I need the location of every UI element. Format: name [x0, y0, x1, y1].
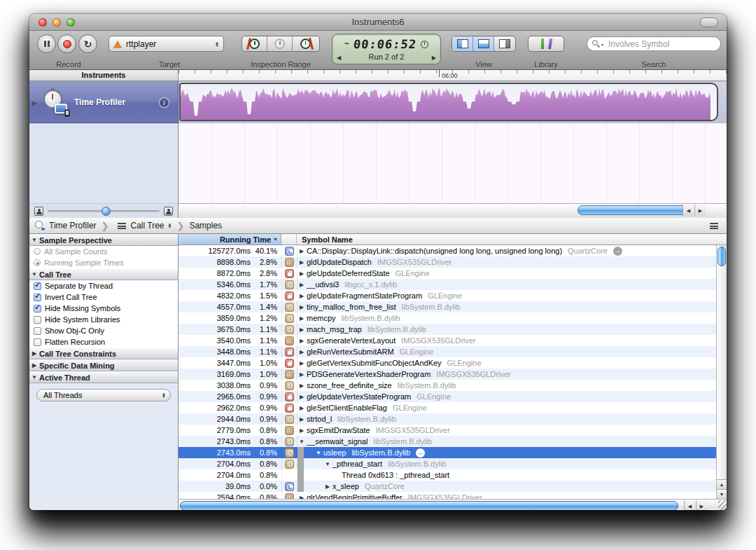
table-row[interactable]: 5346.0ms1.7% __udivsi3 libgcc_s.1.dylib — [178, 279, 716, 290]
radio-unchecked-icon[interactable] — [34, 248, 41, 255]
record-button[interactable] — [57, 34, 76, 53]
timeline-ruler[interactable]: 06:00 — [178, 70, 727, 81]
disclosure-triangle-icon[interactable] — [323, 461, 332, 467]
table-row[interactable]: 2594.0ms0.8% glrVendBeginPrimitiveBuffer… — [178, 492, 716, 499]
disclosure-triangle-icon[interactable] — [298, 315, 306, 322]
sidebar-section-call-tree-constraints[interactable]: Call Tree Constraints — [29, 348, 178, 359]
running-time-column-header[interactable]: Running Time — [178, 234, 281, 245]
disclosure-triangle-icon[interactable] — [298, 371, 306, 378]
disclosure-triangle-icon[interactable] — [298, 394, 306, 400]
jump-bar-view[interactable]: Call Tree — [130, 221, 164, 231]
disclosure-triangle-icon[interactable] — [298, 427, 306, 434]
disclosure-triangle-icon[interactable] — [298, 270, 306, 277]
table-horizontal-scrollbar[interactable] — [178, 499, 727, 509]
table-scroll-right-button[interactable] — [696, 500, 707, 510]
disclosure-triangle-icon[interactable] — [298, 405, 306, 411]
time-profiler-instrument[interactable]: Time Profiler — [29, 81, 178, 123]
track-scroll-thumb[interactable] — [578, 205, 694, 215]
sidebar-checkbox-invert-call-tree[interactable]: Invert Call Tree — [29, 291, 178, 303]
disclosure-triangle-icon[interactable] — [298, 349, 306, 355]
view-bottom-pane-button[interactable] — [473, 36, 494, 51]
view-switch-arrows-icon[interactable] — [168, 223, 172, 228]
disclosure-triangle-icon[interactable] — [298, 282, 306, 288]
loop-button[interactable]: ↻ — [78, 34, 97, 53]
info-button[interactable] — [159, 97, 169, 108]
sidebar-section-call-tree[interactable]: Call Tree — [29, 268, 178, 280]
table-row[interactable]: 125727.0ms40.1% CA::Display::DisplayLink… — [178, 245, 716, 256]
focus-arrow-button[interactable] — [416, 448, 425, 458]
detail-menu-icon[interactable] — [118, 223, 126, 229]
table-row[interactable]: 4557.0ms1.4% tiny_malloc_from_free_list … — [178, 301, 716, 312]
symbol-name-column-header[interactable]: Symbol Name — [297, 234, 727, 245]
track-horizontal-scrollbar[interactable] — [178, 203, 727, 218]
range-end-button[interactable] — [293, 36, 318, 51]
disclosure-triangle-icon[interactable] — [298, 439, 306, 445]
table-scroll-up-button[interactable] — [717, 479, 727, 489]
table-row[interactable]: 2704.0ms0.8% Thread 0xd613 : _pthread_st… — [178, 469, 716, 481]
table-vscroll-thumb[interactable] — [718, 247, 726, 266]
table-vertical-scrollbar[interactable] — [716, 245, 727, 499]
search-options-icon[interactable] — [601, 42, 603, 47]
disclosure-triangle-icon[interactable] — [298, 383, 306, 389]
table-row[interactable]: 3169.0ms1.0% PDSGenerateVertexShaderProg… — [178, 369, 716, 380]
track-scroll-right-button[interactable] — [694, 205, 706, 216]
disclosure-triangle-icon[interactable] — [298, 248, 306, 254]
checkbox-unchecked-icon[interactable] — [34, 316, 41, 324]
search-input[interactable] — [587, 36, 721, 51]
jump-bar-samples[interactable]: Samples — [189, 221, 222, 231]
table-row[interactable]: 2743.0ms0.8% usleep libSystem.B.dylib — [178, 447, 716, 458]
active-thread-dropdown[interactable]: All Threads — [36, 389, 171, 401]
zoom-slider-thumb[interactable] — [102, 207, 111, 216]
sidebar-section-sample-perspective[interactable]: Sample Perspective — [29, 234, 178, 246]
table-row[interactable]: 4832.0ms1.5% gleUpdateFragmentStateProgr… — [178, 290, 716, 301]
disclosure-triangle-icon[interactable] — [323, 483, 332, 490]
checkbox-checked-icon[interactable] — [34, 305, 41, 312]
sidebar-radio-running-sample-times[interactable]: Running Sample Times — [29, 257, 178, 268]
view-right-pane-button[interactable] — [494, 36, 515, 51]
target-dropdown[interactable]: rttplayer — [108, 36, 224, 52]
sidebar-radio-all-sample-counts[interactable]: All Sample Counts — [29, 246, 178, 257]
table-row[interactable]: 2965.0ms0.9% gleUpdateVertexStateProgram… — [178, 391, 716, 402]
previous-run-button[interactable] — [337, 53, 341, 61]
table-hscroll-thumb[interactable] — [180, 501, 678, 510]
table-row[interactable]: 39.0ms0.0% x_sleep QuartzCore — [178, 481, 716, 492]
disclosure-triangle-icon[interactable] — [298, 293, 306, 299]
table-row[interactable]: 3038.0ms0.9% szone_free_definite_size li… — [178, 380, 716, 391]
disclosure-triangle-icon[interactable] — [298, 338, 306, 344]
next-run-button[interactable] — [432, 53, 436, 61]
sidebar-checkbox-flatten-recursion[interactable]: Flatten Recursion — [29, 336, 178, 348]
resize-grip-icon[interactable] — [718, 500, 727, 510]
table-row[interactable]: 2779.0ms0.8% sgxEmitDrawState IMGSGX535G… — [178, 425, 716, 436]
toolbar-toggle-button[interactable] — [700, 18, 718, 27]
view-left-pane-button[interactable] — [452, 36, 473, 51]
expanded-triangle-icon[interactable] — [29, 374, 39, 380]
table-row[interactable]: 3448.0ms1.1% gleRunVertexSubmitARM GLEng… — [178, 346, 716, 357]
sidebar-checkbox-hide-missing-symbols[interactable]: Hide Missing Symbols — [29, 303, 178, 314]
disclosure-triangle-icon[interactable] — [298, 416, 306, 422]
disclosure-triangle-icon[interactable] — [298, 326, 306, 333]
library-icon-column-header[interactable] — [281, 234, 297, 245]
table-row[interactable]: 2962.0ms0.9% gleSetClientEnableFlag GLEn… — [178, 402, 716, 413]
disclosure-triangle-icon[interactable] — [298, 360, 306, 366]
disclosure-triangle-icon[interactable] — [298, 304, 306, 310]
sidebar-checkbox-separate-by-thread[interactable]: Separate by Thread — [29, 280, 178, 291]
extended-detail-menu-icon[interactable] — [710, 223, 718, 229]
title-bar[interactable]: Instruments6 — [29, 14, 727, 31]
radio-checked-icon[interactable] — [34, 259, 41, 266]
instrument-disclosure-icon[interactable] — [32, 99, 37, 106]
checkbox-unchecked-icon[interactable] — [34, 338, 41, 346]
table-row[interactable]: 3540.0ms1.1% sgxGenerateVertexLayout IMG… — [178, 335, 716, 346]
table-scroll-down-button[interactable] — [717, 489, 727, 499]
zoom-in-icon[interactable] — [164, 207, 173, 216]
track-scroll-left-button[interactable] — [682, 205, 694, 216]
table-row[interactable]: 8898.0ms2.8% gldUpdateDispatch IMGSGX535… — [178, 256, 716, 268]
sidebar-section-specific-data-mining[interactable]: Specific Data Mining — [29, 359, 178, 371]
table-row[interactable]: 8872.0ms2.8% gleUpdateDeferredState GLEn… — [178, 268, 716, 279]
checkbox-checked-icon[interactable] — [34, 282, 41, 290]
expanded-triangle-icon[interactable] — [29, 271, 39, 277]
table-row[interactable]: 3675.0ms1.1% mach_msg_trap libSystem.B.d… — [178, 324, 716, 335]
track-lane[interactable] — [178, 81, 727, 123]
checkbox-unchecked-icon[interactable] — [34, 327, 41, 335]
checkbox-checked-icon[interactable] — [34, 294, 41, 301]
range-start-button[interactable] — [242, 36, 267, 51]
